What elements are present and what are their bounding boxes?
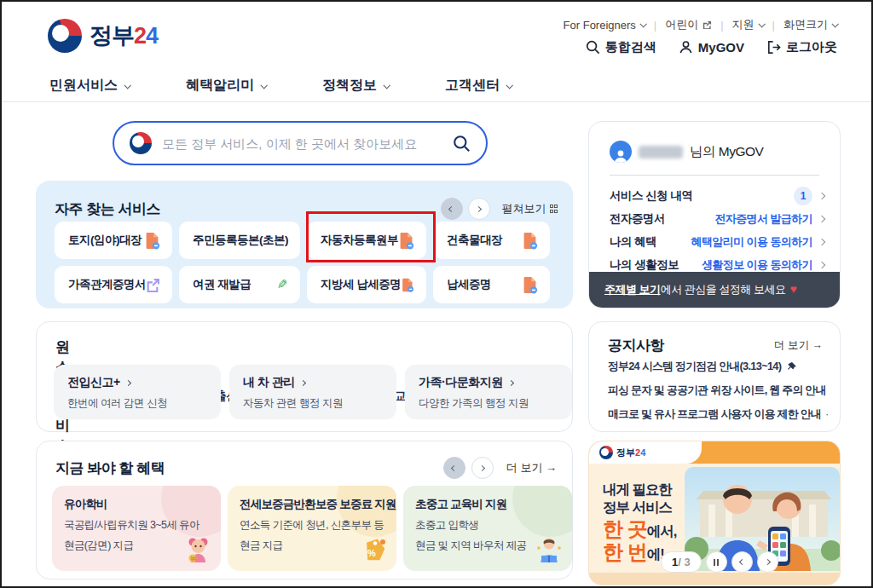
utility-nav: For Foreigners | 어린이 | 지원 | 화면크기	[564, 17, 837, 32]
service-label: 주민등록등본(초본)	[193, 233, 288, 248]
chevron-left-icon	[451, 464, 457, 470]
banner-pause-button[interactable]	[706, 551, 727, 573]
search-icon[interactable]	[453, 135, 471, 153]
nav-policy-info[interactable]: 정책정보	[322, 77, 389, 95]
user-avatar	[610, 141, 632, 163]
service-label: 납세증명	[447, 277, 491, 292]
notice-text: 정부24 시스템 정기점검 안내(3.13~14)	[608, 360, 781, 374]
frequent-next-button[interactable]	[468, 198, 490, 220]
chevron-right-icon	[476, 205, 482, 211]
mygov-footer-banner[interactable]: 주제별 보기에서 관심을 설정해 보세요♥	[589, 272, 840, 308]
chevron-right-icon	[818, 262, 825, 268]
nav-minwon-services[interactable]: 민원서비스	[49, 77, 130, 95]
service-resident-register[interactable]: 주민등록등본(초본)	[179, 222, 300, 259]
mygov-row-service-history[interactable]: 서비스 신청 내역 1	[610, 185, 824, 207]
notice-text: 피싱 문자 및 공공기관 위장 사이트, 웹 주의 안내	[608, 383, 826, 398]
footer-text: 에서 관심을 설정해 보세요	[661, 283, 786, 296]
gov24-portal-page: 정부24 For Foreigners | 어린이 | 지원 | 화면크기	[0, 0, 873, 588]
service-local-tax-certificate[interactable]: 지방세 납세증명	[307, 266, 426, 303]
benefit-title: 전세보증금반환보증 보증료 지원	[240, 497, 384, 512]
student-reading-icon	[535, 535, 564, 564]
mygov-row-my-benefits[interactable]: 나의 혜택 혜택알리미 이용 동의하기	[610, 231, 824, 253]
service-label: 자동차등록원부	[321, 233, 398, 248]
chevron-down-icon	[506, 82, 512, 89]
for-foreigners-menu[interactable]: For Foreigners	[564, 19, 645, 32]
support-label: 지원	[732, 17, 754, 32]
service-tax-certificate[interactable]: 납세증명	[433, 266, 550, 303]
document-issue-icon	[522, 276, 538, 294]
mygov-row-e-certificate[interactable]: 전자증명서 전자증명서 발급하기	[610, 208, 824, 230]
service-label: 여권 재발급	[193, 277, 251, 292]
banner-line3-em: 한 곳	[603, 517, 647, 540]
nav-benefit-alert[interactable]: 혜택알리미	[186, 77, 266, 95]
kids-link[interactable]: 어린이	[665, 17, 712, 32]
benefits-more-link[interactable]: 더 보기 →	[506, 460, 557, 476]
onestop-card-move-in[interactable]: 전입신고+ 한번에 여러 감면 신청	[54, 365, 221, 419]
banner-next-button[interactable]	[757, 551, 778, 573]
notice-item-phishing[interactable]: 피싱 문자 및 공공기관 위장 사이트, 웹 주의 안내	[608, 383, 828, 398]
external-link-icon	[146, 278, 160, 292]
chevron-right-icon	[818, 216, 825, 222]
chevron-right-icon	[765, 559, 771, 565]
nav-customer-center[interactable]: 고객센터	[445, 77, 512, 95]
notice-item-macro[interactable]: 매크로 및 유사 프로그램 사용자 이용 제한 안내	[608, 407, 828, 422]
chevron-left-icon	[448, 205, 454, 211]
redacted-user-name	[639, 146, 683, 159]
expand-view-button[interactable]: 펼쳐보기	[502, 201, 558, 216]
chevron-down-icon	[831, 20, 838, 27]
benefit-card-preschool-tuition[interactable]: 유아학비 국공립/사립유치원 3~5세 유아 현금(감면) 지급 ₩	[52, 486, 221, 571]
divider	[610, 175, 819, 176]
document-issue-icon	[522, 232, 538, 250]
benefits-prev-button[interactable]	[443, 457, 465, 479]
service-vehicle-register[interactable]: 자동차등록원부	[307, 222, 426, 259]
integrated-search-label: 통합검색	[605, 39, 656, 55]
support-menu[interactable]: 지원	[732, 17, 764, 32]
mygov-panel-title: 님의 MyGOV	[690, 143, 763, 161]
banner-line3-rest: 에서,	[647, 523, 677, 539]
logout-button[interactable]: 로그아웃	[766, 39, 837, 55]
screen-size-menu[interactable]: 화면크기	[783, 17, 837, 32]
issue-certificate-link[interactable]: 전자증명서 발급하기	[714, 211, 812, 227]
life-info-consent-link[interactable]: 생활정보 이용 동의하기	[702, 257, 812, 273]
onestop-card-family-multicultural[interactable]: 가족·다문화지원 다양한 가족의 행정 지원	[405, 365, 572, 419]
pause-icon	[714, 559, 720, 566]
onestop-card-my-car[interactable]: 내 차 관리 자동차 관련 행정 지원	[229, 365, 396, 419]
benefit-card-jeonse-guarantee[interactable]: 전세보증금반환보증 보증료 지원 연소득 기준에 청년, 신혼부부 등 현금 지…	[228, 486, 396, 571]
nav-label: 정책정보	[322, 77, 377, 95]
search-icon	[586, 40, 600, 55]
notice-more-link[interactable]: 더 보기 →	[774, 338, 823, 353]
benefit-line1: 초중고 입학생	[415, 518, 560, 533]
notice-text: 매크로 및 유사 프로그램 사용자 이용 제한 안내	[608, 407, 821, 422]
frequent-services-panel: 자주 찾는 서비스 펼쳐보기 토지(임야)대장 주민등록등본(초본) 자동차등록…	[36, 181, 573, 308]
topic-view-link[interactable]: 주제별 보기	[604, 283, 661, 296]
gov24-symbol-icon	[130, 132, 152, 154]
row-label: 전자증명서	[610, 211, 665, 227]
row-label: 나의 생활정보	[610, 257, 679, 273]
banner-prev-button[interactable]	[731, 551, 753, 573]
search-input[interactable]	[162, 136, 442, 151]
service-land-register[interactable]: 토지(임야)대장	[55, 222, 172, 259]
expand-view-label: 펼쳐보기	[502, 201, 546, 216]
card-title: 전입신고+	[67, 375, 120, 390]
service-building-register[interactable]: 건축물대장	[433, 222, 550, 259]
pushpin-icon	[826, 410, 828, 420]
mygov-button[interactable]: MyGOV	[679, 40, 744, 55]
divider: |	[720, 19, 723, 32]
benefit-card-school-expenses[interactable]: 초중고 교육비 지원 초중고 입학생 현금 및 지역 바우처 제공	[403, 486, 572, 571]
gov24-logo-text: 정부24	[90, 20, 158, 51]
mygov-label: MyGOV	[698, 40, 744, 55]
integrated-search-button[interactable]: 통합검색	[586, 39, 656, 55]
count-badge: 1	[794, 187, 812, 205]
benefits-next-button[interactable]	[471, 457, 494, 479]
service-family-certificate[interactable]: 가족관계증명서	[55, 266, 172, 303]
notice-item-maintenance[interactable]: 정부24 시스템 정기점검 안내(3.13~14)	[608, 360, 828, 374]
promo-banner[interactable]: 정부24 내게 필요한 정부 서비스 한 곳에서, 한 번에!	[588, 441, 841, 585]
card-title: 내 차 관리	[243, 375, 295, 390]
gov24-logo[interactable]: 정부24	[48, 19, 158, 53]
frequent-prev-button[interactable]	[441, 198, 463, 220]
main-search-bar	[113, 121, 488, 165]
service-passport-renewal[interactable]: 여권 재발급 ✎	[179, 266, 300, 303]
benefit-alert-consent-link[interactable]: 혜택알리미 이용 동의하기	[691, 234, 812, 250]
chevron-down-icon	[639, 20, 646, 27]
chevron-right-icon	[508, 379, 514, 385]
